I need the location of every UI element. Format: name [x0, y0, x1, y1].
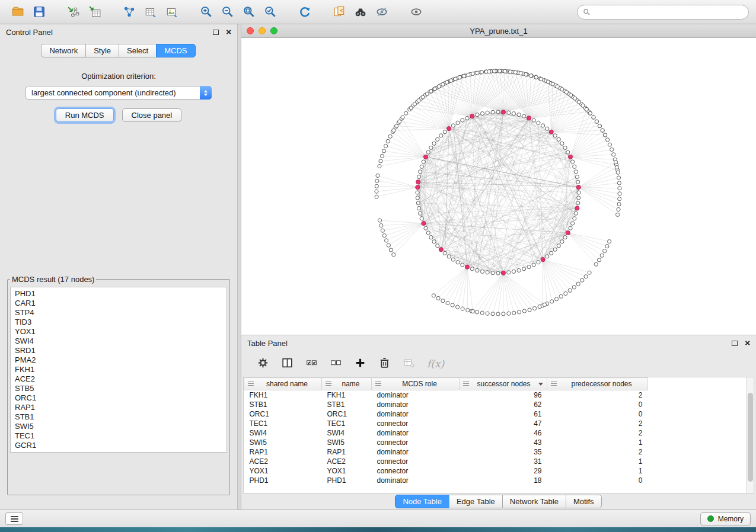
cell: YOX1: [322, 466, 372, 476]
mcds-result-item[interactable]: CAR1: [11, 299, 227, 308]
mcds-result-item[interactable]: ORC1: [11, 393, 227, 403]
show-columns-button[interactable]: [281, 357, 294, 371]
export-table-button[interactable]: [140, 3, 161, 21]
function-builder-button[interactable]: f(x): [427, 358, 444, 370]
column-menu-icon[interactable]: [248, 382, 254, 386]
save-session-button[interactable]: [28, 3, 50, 21]
tab-style[interactable]: Style: [85, 44, 119, 57]
column-header-predecessor-nodes[interactable]: predecessor nodes: [547, 378, 648, 390]
table-row[interactable]: SWI5SWI5connector431: [244, 438, 648, 447]
clone-document-icon: [333, 5, 346, 18]
table-settings-button[interactable]: [257, 357, 269, 371]
mcds-result-item[interactable]: TEC1: [11, 431, 227, 441]
cell: STB1: [244, 400, 322, 409]
tab-edge-table[interactable]: Edge Table: [449, 495, 503, 508]
mcds-result-item[interactable]: SWI4: [11, 336, 227, 346]
column-header-name[interactable]: name: [322, 378, 372, 390]
memory-button[interactable]: Memory: [700, 512, 751, 525]
export-network-button[interactable]: [119, 3, 140, 21]
zoom-in-button[interactable]: [196, 3, 217, 21]
table-row[interactable]: STB1STB1dominator620: [244, 400, 648, 409]
tab-network-table[interactable]: Network Table: [502, 495, 566, 508]
table-row[interactable]: RAP1RAP1dominator352: [244, 447, 648, 457]
mcds-result-item[interactable]: STP4: [11, 308, 227, 318]
tab-mcds[interactable]: MCDS: [156, 44, 195, 57]
import-table-icon: [88, 5, 101, 18]
network-canvas-svg[interactable]: [241, 38, 756, 335]
zoom-out-button[interactable]: [217, 3, 238, 21]
table-row[interactable]: PHD1PHD1dominator180: [244, 476, 648, 485]
tab-node-table[interactable]: Node Table: [395, 495, 449, 508]
dropdown-stepper-icon[interactable]: [200, 86, 212, 100]
mcds-result-item[interactable]: STB1: [11, 412, 227, 422]
network-window-titlebar[interactable]: YPA_prune.txt_1: [241, 24, 756, 38]
tab-select[interactable]: Select: [119, 44, 157, 57]
minimize-window-icon[interactable]: [259, 27, 266, 34]
deselect-all-button[interactable]: [330, 357, 342, 371]
delete-rows-button[interactable]: [378, 357, 391, 371]
table-row[interactable]: ORC1ORC1dominator610: [244, 409, 648, 419]
table-scrollbar-thumb[interactable]: [748, 393, 753, 482]
close-panel-button[interactable]: Close panel: [122, 108, 182, 122]
mcds-result-item[interactable]: STB5: [11, 384, 227, 393]
hide-selected-button[interactable]: [406, 3, 427, 21]
table-row[interactable]: YOX1YOX1connector291: [244, 466, 648, 476]
mcds-result-item[interactable]: GCR1: [11, 441, 227, 450]
table-scrollbar[interactable]: [746, 377, 754, 493]
clone-network-button[interactable]: [328, 3, 350, 21]
search-input[interactable]: [594, 7, 743, 17]
mcds-result-item[interactable]: SWI5: [11, 422, 227, 431]
delete-table-button[interactable]: [403, 357, 415, 371]
mcds-result-item[interactable]: ACE2: [11, 374, 227, 384]
tab-motifs[interactable]: Motifs: [566, 495, 602, 508]
maximize-window-icon[interactable]: [270, 27, 277, 34]
mcds-result-item[interactable]: RAP1: [11, 403, 227, 412]
mcds-result-item[interactable]: PHD1: [11, 289, 227, 299]
zoom-fit-button[interactable]: [238, 3, 260, 21]
column-header-MCDS-role[interactable]: MCDS role: [372, 378, 460, 390]
column-menu-icon[interactable]: [326, 382, 331, 386]
mcds-result-item[interactable]: TID3: [11, 318, 227, 327]
float-table-panel-icon[interactable]: [732, 341, 738, 346]
mcds-result-item[interactable]: FKH1: [11, 365, 227, 374]
network-view[interactable]: [241, 38, 756, 335]
column-header-shared-name[interactable]: shared name: [244, 378, 322, 390]
import-network-button[interactable]: [63, 3, 84, 21]
tab-network[interactable]: Network: [41, 44, 86, 57]
column-menu-icon[interactable]: [463, 382, 469, 386]
cell: TEC1: [322, 419, 372, 428]
column-menu-icon[interactable]: [375, 382, 381, 386]
mcds-result-item[interactable]: YOX1: [11, 327, 227, 336]
cell: 1: [547, 466, 648, 476]
table-row[interactable]: SWI4SWI4dominator462: [244, 428, 648, 438]
table-row[interactable]: TEC1TEC1connector472: [244, 419, 648, 428]
export-image-button[interactable]: [161, 3, 183, 21]
zoom-selected-button[interactable]: [260, 3, 281, 21]
add-row-button[interactable]: [354, 357, 366, 371]
open-file-button[interactable]: [7, 3, 28, 21]
status-menu-button[interactable]: [5, 512, 23, 525]
column-menu-icon[interactable]: [551, 382, 557, 386]
close-window-icon[interactable]: [247, 27, 254, 34]
table-row[interactable]: ACE2ACE2connector311: [244, 457, 648, 466]
show-graphics-details-button[interactable]: [371, 3, 393, 21]
column-header-successor-nodes[interactable]: successor nodes: [460, 378, 547, 390]
close-panel-icon[interactable]: ×: [226, 28, 231, 36]
run-mcds-button[interactable]: Run MCDS: [56, 108, 114, 122]
import-table-button[interactable]: [84, 3, 106, 21]
mcds-result-item[interactable]: SRD1: [11, 346, 227, 355]
close-table-panel-icon[interactable]: ×: [745, 339, 750, 347]
criterion-dropdown[interactable]: largest connected component (undirected): [25, 86, 212, 100]
select-all-button[interactable]: [305, 357, 318, 371]
cell: RAP1: [244, 447, 322, 457]
first-neighbors-button[interactable]: [350, 3, 371, 21]
search-field[interactable]: [577, 5, 749, 20]
float-panel-icon[interactable]: [213, 30, 219, 35]
table-row[interactable]: FKH1FKH1dominator962: [244, 390, 648, 400]
desktop-background: [0, 527, 756, 532]
cell: dominator: [372, 409, 460, 419]
refresh-view-button[interactable]: [294, 3, 315, 21]
cell: PHD1: [244, 476, 322, 485]
mcds-result-item[interactable]: PMA2: [11, 355, 227, 365]
vertical-splitter[interactable]: [237, 24, 241, 509]
